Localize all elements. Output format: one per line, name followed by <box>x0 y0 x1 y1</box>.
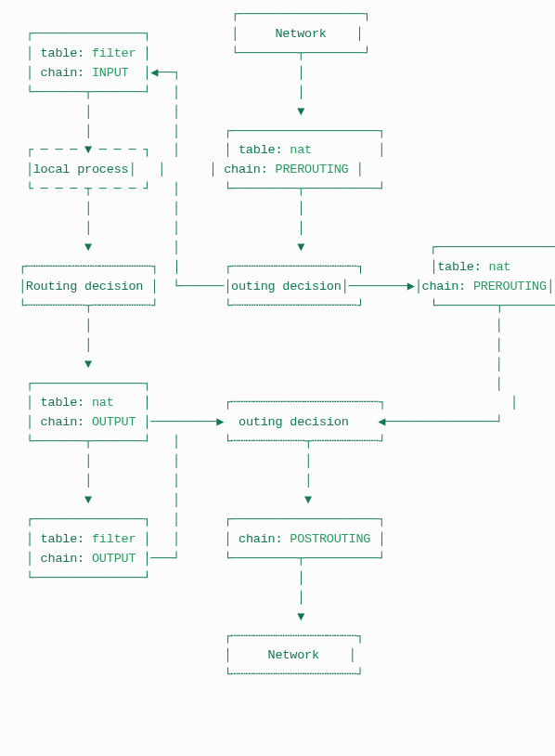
ascii-flow-diagram: ┌─────────────────┐ ┌───────────────┐ │ … <box>0 0 555 691</box>
network-bottom: Network <box>268 648 319 662</box>
outing-decision-mid: outing decision <box>239 415 349 429</box>
local-process: local process <box>33 163 129 176</box>
network-top: Network <box>275 27 326 41</box>
outing-decision-center: outing decision <box>231 280 342 293</box>
routing-decision-left: Routing decision <box>26 280 143 293</box>
